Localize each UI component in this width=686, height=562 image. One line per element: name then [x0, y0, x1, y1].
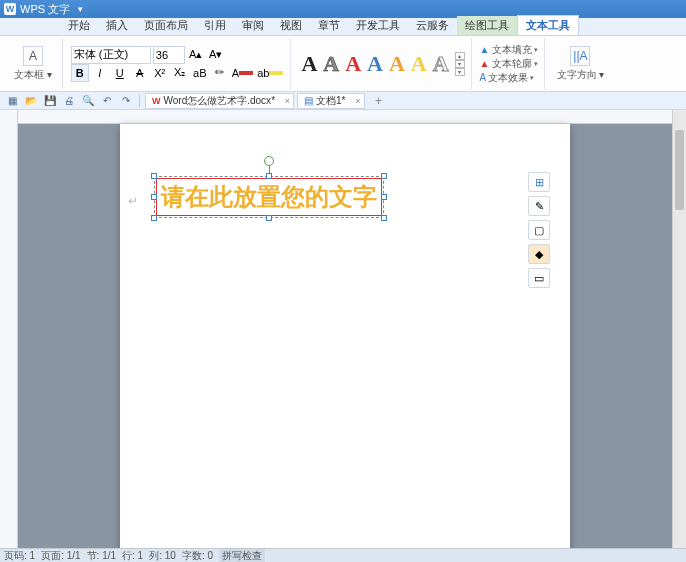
tab-insert[interactable]: 插入 — [98, 16, 136, 35]
word-doc-icon: W — [152, 96, 161, 106]
tab-cloud[interactable]: 云服务 — [408, 16, 457, 35]
clear-format-button[interactable]: ✏ — [211, 64, 229, 82]
float-edit-icon[interactable]: ✎ — [528, 196, 550, 216]
float-outline-icon[interactable]: ▭ — [528, 268, 550, 288]
wordart-style-2[interactable]: A — [321, 51, 341, 77]
gallery-up-icon[interactable]: ▴ — [455, 52, 465, 60]
close-tab-icon[interactable]: × — [285, 96, 290, 106]
resize-handle-tr[interactable] — [381, 173, 387, 179]
print-preview-icon[interactable]: 🔍 — [80, 94, 96, 108]
float-wrap-icon[interactable]: ▢ — [528, 220, 550, 240]
increase-font-button[interactable]: A▴ — [187, 46, 205, 64]
doc-icon: ▤ — [304, 95, 313, 106]
wordart-object[interactable]: 请在此放置您的文字 — [154, 176, 384, 218]
text-direction-button[interactable]: ||A 文字方向 ▾ — [553, 44, 609, 84]
workspace: ↵ 请在此放置您的文字 ⊞ ✎ ▢ — [0, 110, 686, 548]
tab-page-layout[interactable]: 页面布局 — [136, 16, 196, 35]
app-title: WPS 文字 — [20, 2, 70, 17]
new-doc-icon[interactable]: ▦ — [4, 94, 20, 108]
underline-button[interactable]: U — [111, 64, 129, 82]
italic-button[interactable]: I — [91, 64, 109, 82]
tab-developer[interactable]: 开发工具 — [348, 16, 408, 35]
vertical-scrollbar[interactable] — [672, 110, 686, 548]
bold-button[interactable]: B — [71, 64, 89, 82]
status-page-num[interactable]: 页码: 1 — [4, 549, 35, 563]
wordart-style-4[interactable]: A — [365, 51, 385, 77]
page[interactable]: ↵ 请在此放置您的文字 ⊞ ✎ ▢ — [120, 124, 570, 548]
wordart-text[interactable]: 请在此放置您的文字 — [156, 178, 382, 216]
textbox-label: 文本框 ▾ — [14, 68, 52, 82]
text-outline-button[interactable]: ▲ 文本轮廓▾ — [480, 57, 538, 71]
resize-handle-bm[interactable] — [266, 215, 272, 221]
ribbon: A 文本框 ▾ A▴ A▾ B I U A X² X₂ aB ✏ A ab A … — [0, 36, 686, 92]
undo-icon[interactable]: ↶ — [99, 94, 115, 108]
resize-handle-br[interactable] — [381, 215, 387, 221]
strikethrough-button[interactable]: A — [131, 64, 149, 82]
text-direction-icon: ||A — [570, 46, 590, 66]
float-layout-icon[interactable]: ⊞ — [528, 172, 550, 192]
float-fill-icon[interactable]: ◆ — [528, 244, 550, 264]
status-line: 行: 1 — [122, 549, 143, 563]
textbox-button[interactable]: A 文本框 ▾ — [10, 44, 56, 84]
subscript-button[interactable]: X₂ — [171, 64, 189, 82]
tab-review[interactable]: 审阅 — [234, 16, 272, 35]
document-area[interactable]: ↵ 请在此放置您的文字 ⊞ ✎ ▢ — [18, 110, 672, 548]
superscript-button[interactable]: X² — [151, 64, 169, 82]
tab-home[interactable]: 开始 — [60, 16, 98, 35]
doc-tab-1-label: Word怎么做艺术字.docx — [164, 94, 272, 108]
font-name-select[interactable] — [71, 46, 151, 64]
resize-handle-tl[interactable] — [151, 173, 157, 179]
open-icon[interactable]: 📂 — [23, 94, 39, 108]
wordart-style-1[interactable]: A — [299, 51, 319, 77]
wordart-style-5[interactable]: A — [387, 51, 407, 77]
text-effects-icon: A — [480, 72, 487, 83]
close-tab-icon[interactable]: × — [355, 96, 360, 106]
tab-text-tools[interactable]: 文本工具 — [517, 15, 579, 35]
print-icon[interactable]: 🖨 — [61, 94, 77, 108]
app-menu-dropdown-icon[interactable]: ▼ — [76, 5, 84, 14]
add-tab-button[interactable]: + — [372, 94, 386, 108]
text-outline-icon: ▲ — [480, 58, 490, 69]
document-tab-2[interactable]: ▤ 文档1 * × — [297, 93, 364, 109]
tab-references[interactable]: 引用 — [196, 16, 234, 35]
resize-handle-tm[interactable] — [266, 173, 272, 179]
resize-handle-ml[interactable] — [151, 194, 157, 200]
status-char-count[interactable]: 字数: 0 — [182, 549, 213, 563]
tab-drawing-tools[interactable]: 绘图工具 — [457, 16, 517, 35]
status-column: 列: 10 — [149, 549, 176, 563]
text-box-frame[interactable]: 请在此放置您的文字 — [154, 176, 384, 218]
status-spellcheck[interactable]: 拼写检查 — [219, 549, 265, 563]
status-page-count[interactable]: 页面: 1/1 — [41, 549, 80, 563]
gallery-more-icon[interactable]: ▾ — [455, 68, 465, 76]
wordart-style-7[interactable]: A — [431, 51, 451, 77]
font-size-select[interactable] — [153, 46, 185, 64]
save-icon[interactable]: 💾 — [42, 94, 58, 108]
doc-tab-2-label: 文档1 — [316, 94, 342, 108]
tab-section[interactable]: 章节 — [310, 16, 348, 35]
resize-handle-mr[interactable] — [381, 194, 387, 200]
ribbon-tabs: 开始 插入 页面布局 引用 审阅 视图 章节 开发工具 云服务 绘图工具 文本工… — [0, 18, 686, 36]
scroll-thumb[interactable] — [675, 130, 684, 210]
object-float-panel: ⊞ ✎ ▢ ◆ ▭ — [528, 172, 550, 288]
status-bar: 页码: 1 页面: 1/1 节: 1/1 行: 1 列: 10 字数: 0 拼写… — [0, 548, 686, 562]
tab-view[interactable]: 视图 — [272, 16, 310, 35]
gallery-down-icon[interactable]: ▾ — [455, 60, 465, 68]
horizontal-ruler[interactable] — [18, 110, 672, 124]
char-scale-button[interactable]: aB — [191, 64, 209, 82]
highlight-button[interactable]: ab — [256, 64, 284, 82]
text-fill-button[interactable]: ▲ 文本填充▾ — [480, 43, 538, 57]
wordart-gallery-expand[interactable]: ▴ ▾ ▾ — [455, 52, 465, 76]
ribbon-group-wordart-gallery: A A A A A A A ▴ ▾ ▾ — [293, 38, 471, 89]
font-color-button[interactable]: A — [231, 64, 254, 82]
rotate-handle[interactable] — [264, 156, 274, 166]
wordart-style-3[interactable]: A — [343, 51, 363, 77]
wordart-style-6[interactable]: A — [409, 51, 429, 77]
decrease-font-button[interactable]: A▾ — [207, 46, 225, 64]
status-section[interactable]: 节: 1/1 — [87, 549, 116, 563]
redo-icon[interactable]: ↷ — [118, 94, 134, 108]
text-fill-icon: ▲ — [480, 44, 490, 55]
document-tab-1[interactable]: W Word怎么做艺术字.docx * × — [145, 93, 294, 109]
vertical-ruler[interactable] — [0, 110, 18, 548]
text-effects-button[interactable]: A 文本效果▾ — [480, 71, 538, 85]
resize-handle-bl[interactable] — [151, 215, 157, 221]
